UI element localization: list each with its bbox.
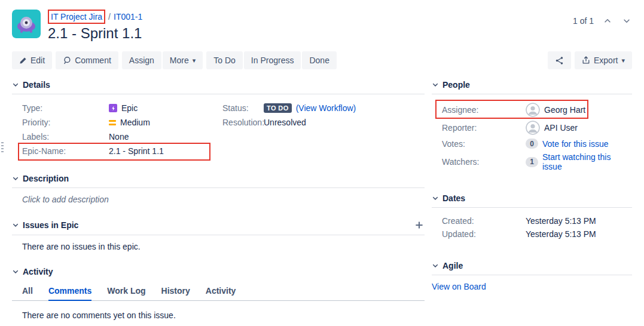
project-avatar-image <box>12 10 41 38</box>
field-reporter: Reporter: API User <box>442 119 632 137</box>
panel-resize-grip[interactable] <box>1 142 4 152</box>
resolution-value: Unresolved <box>264 118 306 127</box>
dates-section-title: Dates <box>442 193 465 203</box>
agile-section-title: Agile <box>442 261 463 270</box>
assign-button[interactable]: Assign <box>122 51 161 69</box>
chevron-up-icon <box>603 17 612 25</box>
type-label: Type: <box>22 103 109 113</box>
comment-button[interactable]: Comment <box>56 51 118 69</box>
tab-activity[interactable]: Activity <box>206 284 236 301</box>
comment-button-label: Comment <box>75 56 111 65</box>
previous-issue-button[interactable] <box>602 16 613 26</box>
field-updated: Updated: Yesterday 5:13 PM <box>442 227 632 241</box>
transition-todo-button[interactable]: To Do <box>206 51 243 69</box>
description-placeholder[interactable]: Click to add description <box>22 195 109 204</box>
issue-body: Details Type: Epic <box>12 80 632 326</box>
no-comments-text: There are no comments yet on this issue. <box>22 310 176 320</box>
created-value: Yesterday 5:13 PM <box>526 216 596 226</box>
collapse-agile-icon[interactable] <box>432 262 439 269</box>
export-icon <box>582 56 590 64</box>
issue-header: IT Project Jira / IT001-1 2.1 - Sprint 1… <box>12 10 632 42</box>
chevron-down-icon <box>12 81 19 88</box>
collapse-issues-in-epic-icon[interactable] <box>12 222 19 229</box>
next-issue-button[interactable] <box>621 16 632 26</box>
status-badge: TO DO <box>264 103 292 113</box>
transition-in-progress-button[interactable]: In Progress <box>244 51 301 69</box>
annotation-box-project-link: IT Project Jira <box>48 10 105 24</box>
transition-done-button[interactable]: Done <box>302 51 336 69</box>
plus-icon <box>415 221 423 229</box>
issues-in-epic-section: Issues in Epic There are no issues in th… <box>12 220 425 251</box>
field-resolution: Resolution: Unresolved <box>222 115 425 130</box>
chevron-down-icon <box>12 175 19 182</box>
issue-view-page: IT Project Jira / IT001-1 2.1 - Sprint 1… <box>0 0 644 326</box>
tab-work-log[interactable]: Work Log <box>107 284 145 301</box>
assignee-value[interactable]: Georg Hart <box>544 105 585 115</box>
activity-section: Activity All Comments Work Log History A… <box>12 267 425 326</box>
vote-for-issue-link[interactable]: Vote for this issue <box>542 139 609 149</box>
status-label: Status: <box>222 103 264 113</box>
issues-in-epic-section-title: Issues in Epic <box>23 220 78 230</box>
breadcrumb-project-link[interactable]: IT Project Jira <box>51 12 102 21</box>
view-on-board-link[interactable]: View on Board <box>432 282 486 291</box>
chevron-down-icon: ▾ <box>193 57 196 64</box>
description-section-title: Description <box>23 174 69 183</box>
chevron-down-icon: ▾ <box>621 57 625 64</box>
collapse-activity-icon[interactable] <box>12 268 19 275</box>
tab-comments[interactable]: Comments <box>48 284 91 301</box>
project-avatar[interactable] <box>12 10 41 38</box>
reporter-value[interactable]: API User <box>544 123 578 133</box>
export-button-label: Export <box>594 56 618 65</box>
chevron-down-icon <box>432 262 439 269</box>
chevron-down-icon <box>12 222 19 229</box>
collapse-people-icon[interactable] <box>432 81 439 88</box>
comment-bubble-icon <box>63 56 71 64</box>
collapse-description-icon[interactable] <box>12 175 19 182</box>
field-created: Created: Yesterday 5:13 PM <box>442 214 632 227</box>
user-avatar-icon <box>526 103 540 117</box>
view-workflow-link[interactable]: (View Workflow) <box>296 103 356 113</box>
chevron-down-icon <box>432 195 439 202</box>
tab-all[interactable]: All <box>22 284 33 301</box>
epic-name-value: 2.1 - Sprint 1.1 <box>109 146 164 156</box>
reporter-avatar <box>526 121 540 135</box>
collapse-details-icon[interactable] <box>12 81 19 88</box>
people-section-title: People <box>442 80 470 90</box>
more-button[interactable]: More ▾ <box>163 51 203 69</box>
activity-section-title: Activity <box>23 267 53 276</box>
done-label: Done <box>309 56 329 65</box>
agile-section: Agile View on Board <box>432 261 632 291</box>
breadcrumb-issue-key-link[interactable]: IT001-1 <box>114 11 142 23</box>
details-section-title: Details <box>23 80 50 90</box>
chevron-down-icon <box>622 17 631 25</box>
add-issue-to-epic-button[interactable] <box>414 220 425 230</box>
tab-history[interactable]: History <box>161 284 190 301</box>
field-watchers: Watchers: 1 Start watching this issue <box>442 150 632 173</box>
issue-toolbar: Edit Comment Assign More ▾ To Do In Prog… <box>12 51 632 69</box>
edit-button-label: Edit <box>30 56 45 65</box>
priority-value: Medium <box>120 118 150 127</box>
user-avatar-icon <box>526 121 540 135</box>
start-watching-link[interactable]: Start watching this issue <box>542 152 632 171</box>
share-button[interactable] <box>548 51 571 69</box>
updated-label: Updated: <box>442 229 526 239</box>
chevron-down-icon <box>12 268 19 275</box>
priority-label: Priority: <box>22 118 109 127</box>
field-assignee: Assignee: Georg Hart <box>442 101 632 119</box>
chevron-down-icon <box>432 81 439 88</box>
breadcrumb: IT Project Jira / IT001-1 <box>48 10 142 24</box>
reporter-label: Reporter: <box>442 123 526 133</box>
field-priority: Priority: Medium <box>22 115 222 130</box>
resolution-label: Resolution: <box>222 118 264 127</box>
edit-button[interactable]: Edit <box>12 51 52 69</box>
people-section: People Assignee: Georg Hart <box>432 80 632 173</box>
workflow-transitions-group: To Do In Progress Done <box>206 51 337 69</box>
export-button[interactable]: Export ▾ <box>575 51 632 69</box>
created-label: Created: <box>442 216 526 226</box>
description-section: Description Click to add description <box>12 174 425 204</box>
collapse-dates-icon[interactable] <box>432 195 439 202</box>
epic-icon <box>109 104 117 112</box>
pencil-icon <box>19 57 27 64</box>
labels-value: None <box>109 132 129 142</box>
more-button-label: More <box>170 56 189 65</box>
